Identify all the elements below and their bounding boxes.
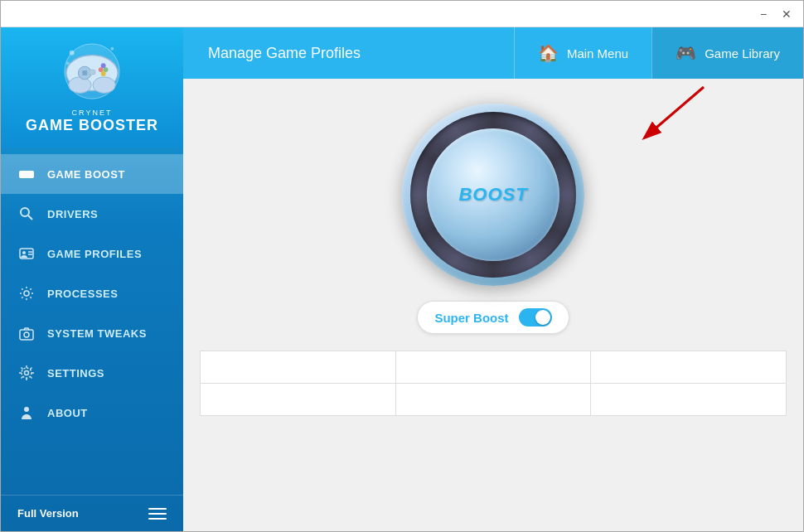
sidebar-footer: Full Version	[1, 495, 183, 531]
grid-cell-6	[591, 384, 786, 415]
nav-label-drivers: DRIVERS	[47, 208, 98, 220]
svg-point-9	[101, 71, 106, 76]
svg-point-2	[69, 77, 91, 94]
svg-line-34	[646, 87, 704, 137]
sidebar-item-game-profiles[interactable]: GAME PROFILES	[1, 234, 183, 273]
svg-point-27	[24, 291, 29, 296]
svg-point-21	[21, 208, 29, 216]
home-icon: 🏠	[538, 43, 559, 63]
sidebar-item-drivers[interactable]: DRIVERS	[1, 194, 183, 234]
sidebar-item-settings[interactable]: SETTINGS	[1, 353, 183, 393]
controller-icon	[55, 41, 129, 105]
content-body: BOOST Super Boost	[183, 79, 803, 531]
gamepad-icon	[17, 165, 36, 183]
content-area: Manage Game Profiles 🏠 Main Menu 🎮 Game …	[183, 27, 803, 531]
red-arrow-annotation	[621, 79, 720, 153]
svg-point-24	[22, 251, 26, 254]
grid-cell-3	[591, 351, 786, 383]
sidebar-item-game-boost[interactable]: GAME BOOST	[1, 154, 183, 194]
page-title: Manage Game Profiles	[208, 45, 361, 62]
window-controls: − ✕	[753, 4, 797, 24]
person-icon	[17, 404, 36, 422]
sidebar-logo: CRYNET GAME BOOSTER	[1, 27, 183, 148]
super-boost-row: Super Boost	[417, 301, 569, 334]
toggle-knob	[535, 310, 550, 325]
gear-icon	[17, 284, 36, 302]
svg-point-31	[22, 368, 31, 378]
svg-rect-10	[89, 70, 95, 75]
hamburger-menu[interactable]	[148, 508, 167, 520]
svg-rect-5	[82, 70, 87, 75]
nav-label-system-tweaks: SYSTEM TWEAKS	[47, 327, 147, 340]
svg-point-7	[104, 67, 109, 72]
nav-label-game-boost: GAME BOOST	[47, 168, 125, 181]
main-menu-nav-item[interactable]: 🏠 Main Menu	[514, 27, 651, 79]
main-menu-label: Main Menu	[567, 46, 628, 60]
boost-dial-inner: BOOST	[427, 128, 559, 261]
sidebar-item-about[interactable]: ABOUT	[1, 393, 183, 433]
grid-cell-2	[396, 351, 591, 383]
top-bar: Manage Game Profiles 🏠 Main Menu 🎮 Game …	[183, 27, 803, 79]
nav-label-settings: SETTINGS	[47, 367, 104, 380]
close-button[interactable]: ✕	[777, 4, 797, 24]
svg-point-12	[110, 47, 114, 51]
super-boost-label: Super Boost	[434, 311, 508, 325]
top-nav: 🏠 Main Menu 🎮 Game Library	[514, 27, 803, 79]
svg-point-8	[101, 63, 106, 68]
brand-large: GAME BOOSTER	[26, 117, 158, 134]
svg-point-6	[99, 67, 104, 72]
full-version-label: Full Version	[17, 507, 79, 520]
svg-point-19	[27, 174, 28, 176]
app-window: − ✕	[0, 0, 804, 532]
gamepad-nav-icon: 🎮	[676, 43, 696, 63]
camera-icon	[17, 324, 36, 342]
sidebar-item-system-tweaks[interactable]: SYSTEM TWEAKS	[1, 313, 183, 353]
super-boost-toggle[interactable]	[519, 308, 552, 326]
page-title-section: Manage Game Profiles	[183, 45, 514, 62]
nav-label-game-profiles: GAME PROFILES	[47, 248, 142, 260]
search-icon	[17, 205, 36, 223]
svg-rect-28	[20, 330, 33, 340]
svg-point-3	[93, 77, 115, 94]
sidebar-nav: GAME BOOST DRIVERS	[1, 148, 183, 495]
svg-line-22	[28, 215, 32, 220]
svg-point-32	[24, 407, 29, 412]
svg-point-18	[30, 174, 31, 176]
svg-rect-16	[22, 173, 25, 175]
nav-label-about: ABOUT	[47, 407, 88, 419]
minimize-button[interactable]: −	[753, 4, 773, 24]
svg-rect-14	[19, 173, 21, 175]
svg-point-20	[28, 176, 30, 177]
sidebar-item-processes[interactable]: PROCESSES	[1, 273, 183, 313]
grid-cell-5	[396, 384, 591, 415]
game-library-label: Game Library	[705, 46, 780, 60]
main-layout: CRYNET GAME BOOSTER	[1, 27, 803, 531]
boost-section: BOOST Super Boost	[402, 104, 584, 334]
grid-cell-1	[201, 351, 395, 383]
profile-icon	[17, 244, 36, 263]
boost-label: BOOST	[458, 184, 527, 206]
sidebar: CRYNET GAME BOOSTER	[1, 27, 183, 531]
svg-point-30	[25, 371, 29, 375]
title-bar: − ✕	[1, 1, 803, 27]
settings-icon	[17, 364, 36, 382]
svg-point-17	[28, 172, 30, 174]
brand-small: CRYNET	[72, 109, 113, 117]
grid-cell-4	[201, 384, 395, 415]
boost-dial-outer[interactable]: BOOST	[402, 104, 584, 286]
svg-point-11	[70, 51, 75, 56]
svg-point-13	[66, 61, 70, 65]
nav-label-processes: PROCESSES	[47, 288, 118, 300]
boost-dial-ring: BOOST	[410, 112, 576, 278]
game-library-nav-item[interactable]: 🎮 Game Library	[651, 27, 803, 79]
svg-point-29	[24, 332, 29, 337]
bottom-grid	[200, 351, 787, 416]
